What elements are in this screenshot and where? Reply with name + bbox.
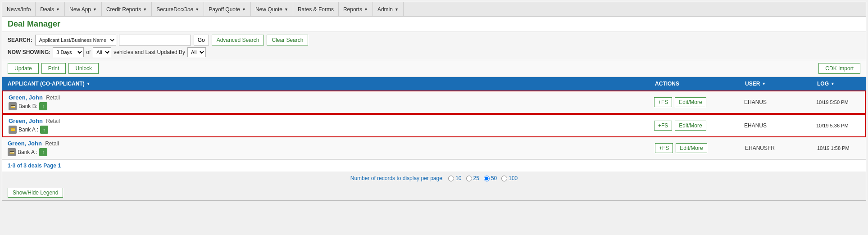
bank-name: Bank A : bbox=[18, 127, 38, 133]
per-page-radio-25[interactable] bbox=[466, 176, 472, 181]
status-arrow-icon: ↑ bbox=[40, 126, 48, 134]
per-page-radio-50[interactable] bbox=[484, 176, 490, 181]
bank-icon: 💳 bbox=[8, 148, 16, 156]
th-actions: ACTIONS bbox=[650, 77, 740, 90]
all2-select[interactable]: All bbox=[187, 47, 206, 57]
table-header: APPLICANT (CO-APPLICANT) ▼ ACTIONS USER … bbox=[2, 77, 866, 90]
chevron-down-icon: ▼ bbox=[56, 7, 60, 12]
cell-log: 10/19 1:58 PM bbox=[812, 137, 866, 159]
cell-user: EHANUS bbox=[739, 91, 811, 113]
applicant-name: Green, John bbox=[9, 94, 43, 101]
applicant-type: Retail bbox=[45, 140, 59, 147]
per-page-label: Number of records to display per page: bbox=[350, 175, 444, 181]
nav-label: Payoff Quote bbox=[209, 6, 240, 13]
chevron-down-icon: ▼ bbox=[242, 7, 246, 12]
chevron-down-icon: ▼ bbox=[284, 7, 288, 12]
now-showing-label: NOW SHOWING: bbox=[8, 49, 50, 55]
per-page-radio-100[interactable] bbox=[501, 176, 507, 181]
nav-item-ratesforms[interactable]: Rates & Forms bbox=[293, 2, 339, 16]
bank-name: Bank A : bbox=[18, 149, 37, 155]
unlock-button[interactable]: Unlock bbox=[68, 63, 99, 74]
table-row: Green, John Retail 💳 Bank A : ↑ +FS Edit… bbox=[2, 114, 866, 137]
fs-button[interactable]: +FS bbox=[654, 97, 672, 107]
nav-label: Admin bbox=[377, 6, 393, 13]
sort-icon: ▼ bbox=[86, 81, 91, 86]
nav-item-payoffquote[interactable]: Payoff Quote ▼ bbox=[204, 2, 251, 16]
all-select[interactable]: All bbox=[93, 47, 111, 57]
nav-label: SecureDocOne bbox=[156, 6, 193, 13]
nav-item-newsinfo[interactable]: News/Info bbox=[2, 2, 36, 16]
search-label: SEARCH: bbox=[8, 37, 32, 43]
page-header: Deal Manager bbox=[2, 17, 866, 32]
cell-applicant: Green, John Retail 💳 Bank A : ↑ bbox=[2, 137, 650, 159]
update-button[interactable]: Update bbox=[8, 63, 39, 74]
fs-button[interactable]: +FS bbox=[655, 143, 673, 153]
nav-item-newapp[interactable]: New App ▼ bbox=[65, 2, 102, 16]
nav-item-admin[interactable]: Admin ▼ bbox=[373, 2, 404, 16]
legend-row: Show/Hide Legend bbox=[2, 185, 866, 200]
nav-label: Reports bbox=[343, 6, 362, 13]
nav-item-creditreports[interactable]: Credit Reports ▼ bbox=[102, 2, 152, 16]
per-page-100[interactable]: 100 bbox=[501, 175, 518, 181]
table-row: Green, John Retail 💳 Bank A : ↑ +FS Edit… bbox=[2, 137, 866, 159]
log-time: 1:58 PM bbox=[831, 145, 850, 151]
th-user: USER ▼ bbox=[740, 77, 812, 90]
chevron-down-icon: ▼ bbox=[364, 7, 368, 12]
cdk-import-button[interactable]: CDK Import bbox=[818, 63, 860, 74]
nav-label: Deals bbox=[40, 6, 54, 13]
applicant-type: Retail bbox=[46, 95, 60, 101]
per-page-50[interactable]: 50 bbox=[484, 175, 497, 181]
nav-label: New App bbox=[69, 6, 91, 13]
cell-log: 10/19 5:50 PM bbox=[811, 91, 865, 113]
bank-name: Bank B: bbox=[18, 103, 37, 109]
th-log: LOG ▼ bbox=[812, 77, 866, 90]
applicant-name: Green, John bbox=[9, 118, 43, 124]
th-applicant: APPLICANT (CO-APPLICANT) ▼ bbox=[2, 77, 650, 90]
cell-actions: +FS Edit/More bbox=[649, 115, 739, 136]
nav-item-deals[interactable]: Deals ▼ bbox=[36, 2, 65, 16]
chevron-down-icon: ▼ bbox=[395, 7, 399, 12]
per-page-radio-10[interactable] bbox=[448, 176, 454, 181]
edit-more-button[interactable]: Edit/More bbox=[676, 143, 707, 153]
chevron-down-icon: ▼ bbox=[93, 7, 97, 12]
cell-actions: +FS Edit/More bbox=[650, 137, 740, 159]
records-info: 1-3 of 3 deals Page 1 bbox=[8, 163, 61, 169]
applicant-name: Green, John bbox=[8, 140, 42, 147]
bank-icon: 💳 bbox=[9, 102, 17, 110]
nav-item-secdocone[interactable]: SecureDocOne ▼ bbox=[152, 2, 204, 16]
days-select[interactable]: 3 Days 1 Day 7 Days 30 Days bbox=[53, 47, 84, 57]
nav-item-reports[interactable]: Reports ▼ bbox=[339, 2, 373, 16]
search-bar: SEARCH: Applicant Last/Business Name Dea… bbox=[2, 32, 866, 60]
vehicles-label: vehicles and Last Updated By bbox=[114, 49, 185, 55]
per-page-10[interactable]: 10 bbox=[448, 175, 461, 181]
nav-bar: News/Info Deals ▼ New App ▼ Credit Repor… bbox=[2, 2, 866, 17]
go-button[interactable]: Go bbox=[194, 35, 209, 45]
advanced-search-button[interactable]: Advanced Search bbox=[212, 35, 264, 45]
toolbar: Update Print Unlock CDK Import bbox=[2, 60, 866, 77]
log-date: 10/19 bbox=[817, 145, 830, 151]
records-per-page: Number of records to display per page: 1… bbox=[2, 172, 866, 185]
clear-search-button[interactable]: Clear Search bbox=[267, 35, 308, 45]
applicant-type: Retail bbox=[46, 118, 60, 124]
per-page-25[interactable]: 25 bbox=[466, 175, 479, 181]
log-time: 5:36 PM bbox=[830, 123, 849, 128]
cell-user: EHANUS bbox=[739, 115, 811, 136]
edit-more-button[interactable]: Edit/More bbox=[675, 121, 706, 131]
log-time: 5:50 PM bbox=[830, 99, 849, 105]
bank-icon: 💳 bbox=[9, 126, 17, 134]
table-footer: 1-3 of 3 deals Page 1 bbox=[2, 159, 866, 172]
search-input[interactable] bbox=[119, 35, 191, 45]
fs-button[interactable]: +FS bbox=[654, 121, 672, 131]
search-type-select[interactable]: Applicant Last/Business Name Deal Number… bbox=[35, 35, 116, 45]
status-arrow-icon: ↑ bbox=[39, 102, 47, 110]
table-container: APPLICANT (CO-APPLICANT) ▼ ACTIONS USER … bbox=[2, 77, 866, 172]
nav-item-newquote[interactable]: New Quote ▼ bbox=[251, 2, 293, 16]
show-hide-legend-button[interactable]: Show/Hide Legend bbox=[8, 188, 63, 198]
sort-icon: ▼ bbox=[762, 81, 766, 86]
cell-user: EHANUSFR bbox=[740, 137, 812, 159]
page-title: Deal Manager bbox=[8, 19, 860, 29]
print-button[interactable]: Print bbox=[41, 63, 66, 74]
edit-more-button[interactable]: Edit/More bbox=[675, 97, 706, 107]
log-date: 10/19 bbox=[816, 123, 829, 128]
chevron-down-icon: ▼ bbox=[143, 7, 147, 12]
